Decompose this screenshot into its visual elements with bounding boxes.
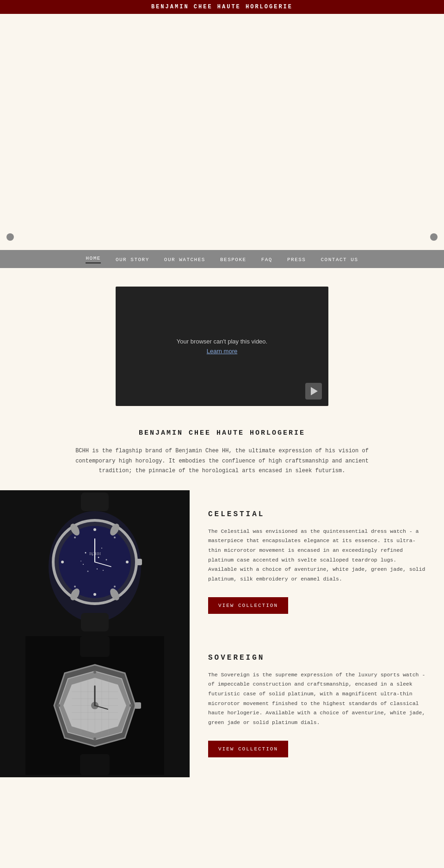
svg-point-19 [74,537,76,538]
video-error-message: Your browser can't play this video. [177,338,267,345]
navigation-bar: HOME OUR STORY OUR WATCHES BESPOKE FAQ P… [0,250,444,268]
svg-point-10 [83,564,84,565]
svg-point-9 [87,570,89,572]
svg-point-5 [85,552,86,553]
svg-point-22 [114,586,116,587]
video-section: Your browser can't play this video. Lear… [0,287,444,406]
sovereign-section: SOVEREIGN The Sovereign is the supreme e… [0,634,444,777]
svg-point-18 [126,561,129,563]
slider-dot-right[interactable] [430,233,438,241]
nav-item-our-story[interactable]: OUR STORY [116,256,149,263]
play-icon [311,387,318,395]
video-player: Your browser can't play this video. Lear… [116,287,328,406]
sovereign-description: The Sovereign is the supreme expression … [208,670,426,728]
svg-point-14 [98,556,99,558]
nav-item-contact-us[interactable]: CONTACT US [321,256,358,263]
celestial-description: The Celestial was envisioned as the quin… [208,527,426,584]
nav-item-home[interactable]: HOME [86,255,100,264]
site-header: BENJAMIN CHEE HAUTE HORLOGERIE [0,0,444,14]
svg-point-20 [114,537,116,538]
svg-point-13 [80,561,81,562]
sovereign-watch-image [0,634,190,777]
svg-rect-1 [81,613,109,631]
slider-dot-left[interactable] [6,233,14,241]
nav-item-faq[interactable]: FAQ [261,256,272,263]
svg-point-7 [106,559,107,560]
brand-intro: BENJAMIN CHEE HAUTE HORLOGERIE BCHH is t… [0,425,444,490]
svg-point-51 [93,671,96,674]
sovereign-view-collection-button[interactable]: VIEW COLLECTION [208,741,288,757]
video-learn-more-link[interactable]: Learn more [207,348,237,355]
brand-title: BENJAMIN CHEE HAUTE HORLOGERIE [74,429,370,437]
celestial-name: CELESTIAL [208,510,426,518]
svg-point-15 [93,528,96,531]
sovereign-info: SOVEREIGN The Sovereign is the supreme e… [190,634,444,777]
nav-item-our-watches[interactable]: OUR WATCHES [164,256,205,263]
sovereign-watch-svg [25,636,164,775]
svg-rect-26 [136,559,142,565]
svg-point-53 [57,704,60,707]
svg-rect-32 [80,754,110,775]
svg-point-17 [61,561,64,563]
celestial-info: CELESTIAL The Celestial was envisioned a… [190,490,444,634]
hero-section [0,14,444,250]
svg-point-16 [93,593,96,596]
celestial-section: BCHH CELESTIAL The Celestial was envisio… [0,490,444,634]
svg-rect-2 [81,493,109,511]
svg-point-52 [93,737,96,740]
sovereign-name: SOVEREIGN [208,654,426,662]
celestial-view-collection-button[interactable]: VIEW COLLECTION [208,597,288,614]
svg-rect-33 [80,636,110,657]
svg-point-8 [97,568,98,569]
brand-description: BCHH is the flagship brand of Benjamin C… [74,446,370,476]
svg-point-21 [74,586,76,587]
svg-point-54 [130,704,132,707]
play-button[interactable] [305,383,322,400]
nav-item-bespoke[interactable]: BESPOKE [220,256,247,263]
svg-point-12 [103,570,104,571]
main-content: Your browser can't play this video. Lear… [0,268,444,777]
svg-rect-50 [135,702,141,709]
svg-text:BCHH: BCHH [89,551,101,556]
svg-point-6 [101,548,102,549]
celestial-watch-svg: BCHH [25,493,164,631]
celestial-watch-image: BCHH [0,490,190,634]
nav-item-press[interactable]: PRESS [287,256,306,263]
site-title: BENJAMIN CHEE HAUTE HORLOGERIE [151,4,293,10]
